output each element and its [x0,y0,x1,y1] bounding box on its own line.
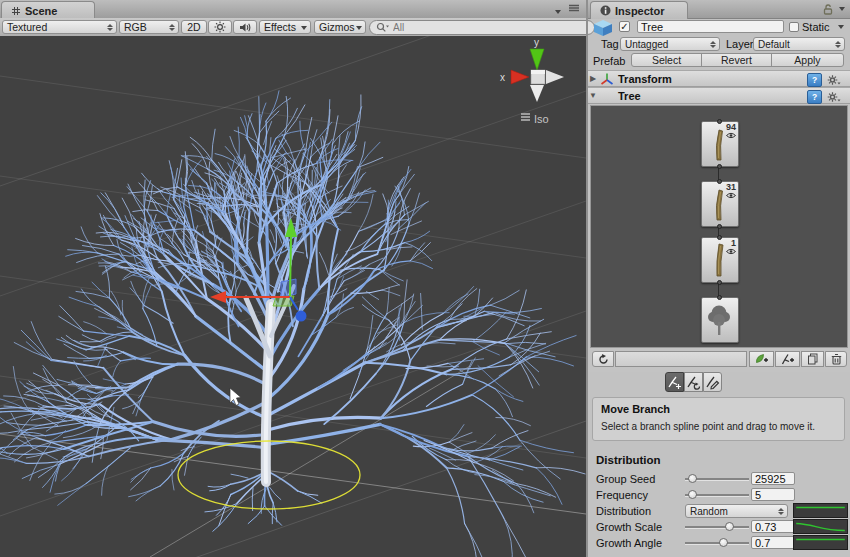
growth-angle-row: Growth Angle [588,535,850,551]
growth-scale-label: Growth Scale [596,521,662,533]
active-checkbox[interactable]: ✓ [619,21,630,32]
refresh-button[interactable] [592,351,614,367]
frequency-row: Frequency [588,487,850,503]
growth-scale-curve-field[interactable] [793,519,848,534]
growth-angle-curve-field[interactable] [793,535,848,550]
axis-y-cone[interactable] [530,49,544,70]
layer-value: Default [758,39,790,50]
render-mode-dropdown[interactable]: RGB [119,20,179,34]
axis-down-cone[interactable] [530,85,544,102]
gizmos-label: Gizmos [319,21,355,33]
branch-node-3[interactable]: 1 [701,237,739,283]
axis-cube-top-face [531,70,545,74]
group-seed-value[interactable] [751,472,795,485]
tab-inspector[interactable]: Inspector [590,1,688,19]
lighting-toggle-button[interactable] [208,20,232,34]
gizmos-dropdown[interactable]: Gizmos [314,20,366,34]
gizmo-xy-plane-handle[interactable] [281,279,296,297]
tree-thumbnail [702,298,736,340]
eye-icon[interactable] [726,132,736,139]
growth-angle-value[interactable] [751,536,795,549]
frequency-slider[interactable] [685,488,749,501]
axis-y-label: y [534,37,539,48]
group-seed-slider[interactable] [685,472,749,485]
axis-x-cone[interactable] [511,70,529,84]
layer-dropdown[interactable]: Default [753,37,845,51]
scene-viewport[interactable]: y x Iso [0,36,587,557]
tree-model[interactable] [0,91,585,557]
scene-search-field[interactable] [369,20,595,35]
growth-angle-label: Growth Angle [596,537,662,549]
slider-knob[interactable] [719,538,728,547]
eye-icon[interactable] [726,192,736,199]
branch-node-1[interactable]: 94 [701,121,739,167]
add-leaf-group-button[interactable] [749,351,774,367]
tab-scene[interactable]: Scene [1,1,95,19]
move-branch-tool-button[interactable] [665,372,684,392]
prefab-revert-button[interactable]: Revert [701,53,772,67]
orientation-gizmo[interactable]: y x [500,37,564,102]
draw-branch-tool-button[interactable] [703,372,722,392]
axis-back-cone[interactable] [546,70,564,84]
delete-node-button[interactable] [825,351,847,367]
lock-icon[interactable] [823,4,833,15]
prefab-select-button[interactable]: Select [631,53,702,67]
help-text: Select a branch spline point and drag to… [601,421,815,432]
gameobject-name-field[interactable] [637,20,784,33]
distribution-dropdown[interactable]: Random [685,504,788,518]
node-badge: 31 [726,182,736,192]
rotate-branch-tool-button[interactable] [684,372,703,392]
tree-component-header[interactable]: ▼ Tree ? [588,87,850,104]
growth-scale-value[interactable] [751,520,795,533]
eye-icon[interactable] [726,248,736,255]
gizmo-y-axis[interactable] [290,236,291,296]
tree-gear-icon[interactable] [827,91,841,103]
sun-icon [214,21,226,33]
foldout-collapsed-icon[interactable]: ▶ [588,74,598,83]
projection-label: Iso [534,113,549,125]
effects-dropdown[interactable]: Effects [259,20,311,34]
slider-knob[interactable] [688,474,697,483]
transform-help-icon[interactable]: ? [807,73,822,87]
transform-gear-icon[interactable] [827,74,841,86]
audio-toggle-button[interactable] [233,20,257,34]
scene-pane-list-icon[interactable] [569,4,579,12]
tree-root-node[interactable] [701,297,739,343]
prefab-apply-button[interactable]: Apply [771,53,844,67]
search-input[interactable] [391,21,545,34]
distribution-label: Distribution [596,505,651,517]
distribution-curve-field[interactable] [793,503,848,518]
slider-knob[interactable] [688,490,697,499]
inspector-menu-icon[interactable] [839,7,845,11]
iso-menu-icon [521,114,530,120]
gizmo-z-arrowhead[interactable] [296,311,307,322]
frequency-value[interactable] [751,488,795,501]
add-branch-group-button[interactable] [775,351,800,367]
static-label: Static [802,21,830,33]
gameobject-cube-icon[interactable] [593,19,613,37]
shading-mode-dropdown[interactable]: Textured [2,20,117,34]
tag-value: Untagged [625,39,668,50]
slider-track[interactable] [685,526,749,528]
tree-help-icon[interactable]: ? [807,90,822,104]
foldout-expanded-icon[interactable]: ▼ [588,91,598,100]
growth-scale-slider[interactable] [685,520,749,533]
scene-pane-menu-icon[interactable] [555,4,561,16]
projection-indicator[interactable]: Iso [521,113,549,125]
toggle-2d-button[interactable]: 2D [181,20,207,34]
mouse-cursor [230,388,241,406]
branch-node-2[interactable]: 31 [701,181,739,227]
branch-tool-group [665,372,722,392]
check-mark: ✓ [620,21,628,32]
static-flags-dropdown-icon[interactable] [838,25,844,29]
slider-knob[interactable] [725,522,734,531]
transform-component-header[interactable]: ▶ Transform ? [588,70,850,87]
tag-dropdown[interactable]: Untagged [620,37,720,51]
duplicate-node-button[interactable] [801,351,824,367]
static-checkbox[interactable] [789,22,799,32]
caret-down-icon [301,26,307,30]
frequency-label: Frequency [596,489,648,501]
slider-track[interactable] [685,542,749,544]
growth-angle-slider[interactable] [685,536,749,549]
tree-node-canvas[interactable]: 94 31 1 [590,105,848,348]
